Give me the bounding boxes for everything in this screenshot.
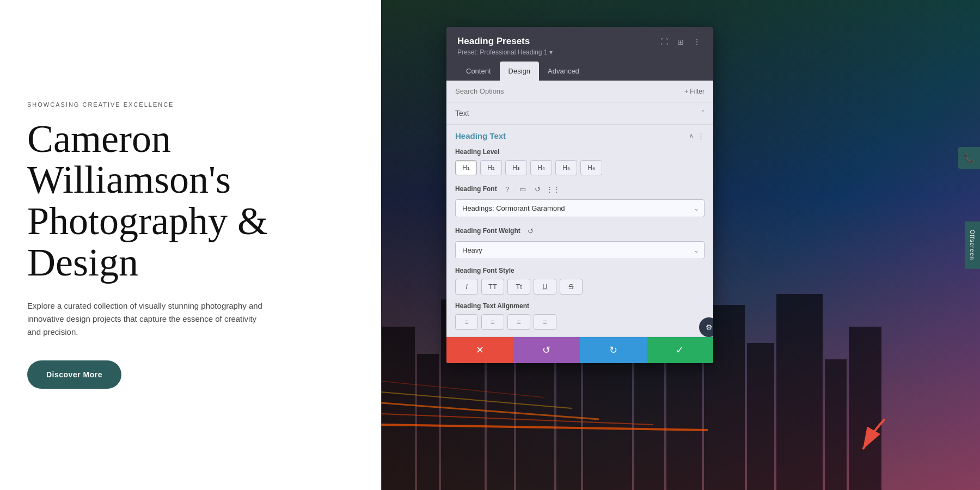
heading-font-label: Heading Font bbox=[455, 185, 497, 193]
preset-chevron-icon: ▾ bbox=[549, 48, 553, 56]
heading-section-header: Heading Text ∧ ⋮ bbox=[455, 131, 705, 140]
heading-font-weight-row: Heading Font Weight ↺ bbox=[455, 225, 705, 237]
device-icon[interactable]: ▭ bbox=[517, 183, 529, 195]
tab-advanced[interactable]: Advanced bbox=[539, 62, 588, 81]
tab-content[interactable]: Content bbox=[457, 62, 500, 81]
heading-font-style-buttons: I TT Tt U S bbox=[455, 279, 705, 295]
panel-title: Heading Presets bbox=[457, 36, 659, 47]
heading-font-style-label: Heading Font Style bbox=[455, 267, 705, 274]
confirm-button[interactable]: ✓ bbox=[647, 337, 714, 363]
redo-button[interactable]: ↻ bbox=[580, 337, 647, 363]
font-more-icon[interactable]: ⋮⋮ bbox=[547, 183, 559, 195]
heading-more-icon[interactable]: ⋮ bbox=[697, 132, 705, 140]
discover-more-button[interactable]: Discover More bbox=[27, 360, 121, 389]
help-icon[interactable]: ? bbox=[501, 183, 513, 195]
page-subtitle: SHOWCASING CREATIVE EXCELLENCE bbox=[27, 101, 354, 108]
text-section-row[interactable]: Text ˅ bbox=[446, 102, 713, 125]
svg-line-3 bbox=[381, 425, 708, 430]
h2-button[interactable]: H₂ bbox=[480, 160, 502, 175]
panel-preset-label: Preset: Professional Heading 1 ▾ bbox=[457, 48, 659, 56]
panel-title-section: Heading Presets Preset: Professional Hea… bbox=[457, 36, 659, 56]
heading-text-align-buttons: ≡ ≡ ≡ ≡ bbox=[455, 314, 705, 330]
text-section-chevron-icon: ˅ bbox=[701, 109, 705, 118]
undo-button[interactable]: ↺ bbox=[513, 337, 580, 363]
website-content-panel: SHOWCASING CREATIVE EXCELLENCE Cameron W… bbox=[0, 0, 381, 490]
offscreen-badge: Offscreen bbox=[965, 222, 980, 269]
underline-button[interactable]: U bbox=[534, 279, 556, 295]
search-bar: + Filter bbox=[446, 81, 713, 102]
align-justify-button[interactable]: ≡ bbox=[534, 314, 556, 330]
panel-body: + Filter Text ˅ Heading Text ∧ ⋮ Heading… bbox=[446, 81, 713, 363]
heading-font-icons: ? ▭ ↺ ⋮⋮ bbox=[501, 183, 559, 195]
h6-button[interactable]: H₆ bbox=[580, 160, 602, 175]
align-left-button[interactable]: ≡ bbox=[455, 314, 478, 330]
page-heading: Cameron Williamson's Photography & Desig… bbox=[27, 119, 354, 283]
heading-font-select-wrapper: Headings: Cormorant Garamond ⌄ bbox=[455, 199, 705, 217]
capitalize-button[interactable]: Tt bbox=[507, 279, 530, 295]
heading-presets-panel: Heading Presets Preset: Professional Hea… bbox=[446, 27, 713, 363]
heading-font-weight-select-wrapper: Heavy ⌄ bbox=[455, 241, 705, 259]
fullscreen-icon[interactable]: ⛶ bbox=[659, 38, 670, 47]
reset-font-icon[interactable]: ↺ bbox=[532, 183, 544, 195]
phone-button[interactable]: 📞 bbox=[958, 147, 980, 169]
bottom-toolbar: ✕ ↺ ↻ ✓ bbox=[446, 337, 713, 363]
heading-level-label: Heading Level bbox=[455, 148, 705, 156]
h3-button[interactable]: H₃ bbox=[505, 160, 527, 175]
heading-font-select[interactable]: Headings: Cormorant Garamond bbox=[455, 199, 705, 217]
filter-button[interactable]: + Filter bbox=[684, 88, 705, 95]
panel-header: Heading Presets Preset: Professional Hea… bbox=[446, 27, 713, 56]
heading-text-align-label: Heading Text Alignment bbox=[455, 302, 705, 310]
heading-section-icons: ∧ ⋮ bbox=[689, 132, 705, 140]
heading-section-title: Heading Text bbox=[455, 131, 506, 140]
search-input[interactable] bbox=[455, 87, 684, 95]
svg-line-0 bbox=[381, 403, 599, 419]
align-right-button[interactable]: ≡ bbox=[507, 314, 530, 330]
tab-design[interactable]: Design bbox=[500, 62, 539, 81]
heading-font-row: Heading Font ? ▭ ↺ ⋮⋮ bbox=[455, 183, 705, 195]
svg-line-1 bbox=[381, 414, 653, 425]
grid-icon[interactable]: ⊞ bbox=[675, 38, 686, 47]
more-options-icon[interactable]: ⋮ bbox=[691, 38, 702, 47]
heading-font-weight-select[interactable]: Heavy bbox=[455, 241, 705, 259]
h4-button[interactable]: H₄ bbox=[530, 160, 552, 175]
page-description: Explore a curated collection of visually… bbox=[27, 299, 272, 339]
cancel-button[interactable]: ✕ bbox=[446, 337, 513, 363]
align-center-button[interactable]: ≡ bbox=[481, 314, 504, 330]
heading-text-section: Heading Text ∧ ⋮ Heading Level H₁ H₂ H₃ … bbox=[446, 125, 713, 337]
svg-line-4 bbox=[381, 381, 544, 397]
collapse-icon[interactable]: ∧ bbox=[689, 132, 694, 140]
panel-header-icons: ⛶ ⊞ ⋮ bbox=[659, 38, 702, 47]
italic-button[interactable]: I bbox=[455, 279, 478, 295]
arrow-pointer bbox=[841, 408, 896, 463]
panel-tabs: Content Design Advanced bbox=[446, 62, 713, 81]
uppercase-button[interactable]: TT bbox=[481, 279, 504, 295]
h5-button[interactable]: H₅ bbox=[555, 160, 577, 175]
background-image-panel: Offscreen 📞 Heading Presets Preset: Prof… bbox=[381, 0, 980, 490]
heading-levels: H₁ H₂ H₃ H₄ H₅ H₆ bbox=[455, 160, 705, 175]
strikethrough-button[interactable]: S bbox=[560, 279, 583, 295]
heading-font-weight-label: Heading Font Weight bbox=[455, 227, 520, 235]
text-section-label: Text bbox=[455, 109, 469, 118]
h1-button[interactable]: H₁ bbox=[455, 160, 477, 175]
reset-weight-icon[interactable]: ↺ bbox=[525, 225, 537, 237]
svg-line-2 bbox=[381, 392, 572, 408]
